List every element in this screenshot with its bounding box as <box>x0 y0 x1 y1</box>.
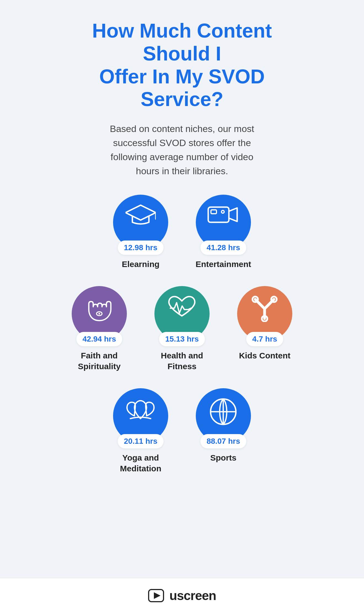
category-elearning: 12.98 hrs Elearning <box>110 195 171 269</box>
hamsa-icon <box>85 294 113 323</box>
entertainment-label: Entertainment <box>196 259 251 269</box>
category-health: 15.13 hrs Health andFitness <box>152 286 212 372</box>
health-circle: 15.13 hrs <box>154 286 210 341</box>
row-2: 42.94 hrs Faith andSpirituality 15.13 hr… <box>11 286 353 372</box>
kids-circle: 4.7 hrs <box>237 286 292 341</box>
heart-pulse-icon <box>166 294 198 321</box>
category-sports: 88.07 hrs Sports <box>193 388 254 474</box>
sports-circle: 88.07 hrs <box>196 388 251 443</box>
entertainment-hours: 41.28 hrs <box>200 241 246 255</box>
sports-label: Sports <box>210 452 236 463</box>
kids-label: Kids Content <box>239 350 291 361</box>
health-hours: 15.13 hrs <box>159 332 205 346</box>
video-camera-icon <box>207 203 240 226</box>
brand-name: uscreen <box>169 588 216 603</box>
svg-rect-3 <box>211 210 216 214</box>
row-1: 12.98 hrs Elearning 41.28 hrs Entertainm… <box>11 195 353 269</box>
uscreen-logo-icon <box>148 589 164 603</box>
yoga-hours: 20.11 hrs <box>118 434 163 448</box>
health-label: Health andFitness <box>161 350 203 372</box>
footer: uscreen <box>0 578 364 613</box>
row-3: 20.11 hrs Yoga andMeditation 8 <box>11 388 353 474</box>
faith-circle: 42.94 hrs <box>72 286 127 341</box>
main-content: How Much Content Should I Offer In My SV… <box>0 0 364 578</box>
svg-point-4 <box>221 210 224 213</box>
faith-hours: 42.94 hrs <box>76 332 122 346</box>
faith-label: Faith andSpirituality <box>78 350 121 372</box>
page-title: How Much Content Should I Offer In My SV… <box>58 19 306 111</box>
category-yoga: 20.11 hrs Yoga andMeditation <box>110 388 171 474</box>
kids-hours: 4.7 hrs <box>246 332 283 346</box>
graduation-cap-icon <box>125 203 156 228</box>
entertainment-circle: 41.28 hrs <box>196 195 251 250</box>
page-subtitle: Based on content niches, our most succes… <box>99 122 265 178</box>
basketball-icon <box>208 397 239 428</box>
category-kids: 4.7 hrs Kids Content <box>234 286 295 372</box>
svg-rect-2 <box>208 207 229 222</box>
category-faith: 42.94 hrs Faith andSpirituality <box>69 286 130 372</box>
yoga-label: Yoga andMeditation <box>120 452 161 474</box>
kids-icon <box>250 294 279 322</box>
svg-marker-0 <box>125 205 156 220</box>
elearning-circle: 12.98 hrs <box>113 195 168 250</box>
svg-marker-17 <box>154 592 160 599</box>
yoga-circle: 20.11 hrs <box>113 388 168 443</box>
svg-point-6 <box>98 313 100 315</box>
sports-hours: 88.07 hrs <box>200 434 246 448</box>
lotus-icon <box>125 397 157 423</box>
elearning-label: Elearning <box>122 259 160 269</box>
elearning-hours: 12.98 hrs <box>118 241 163 255</box>
category-entertainment: 41.28 hrs Entertainment <box>193 195 254 269</box>
